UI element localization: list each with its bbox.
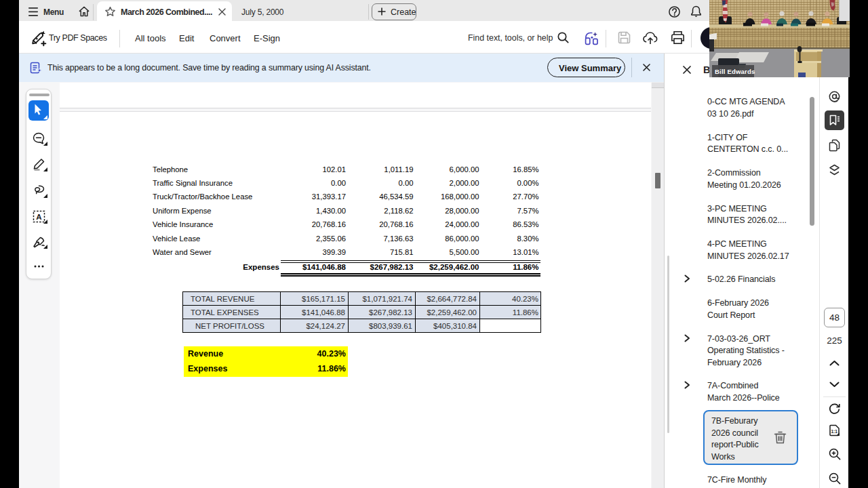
svg-text:1:1: 1:1: [831, 429, 837, 434]
svg-text:A: A: [36, 213, 41, 221]
